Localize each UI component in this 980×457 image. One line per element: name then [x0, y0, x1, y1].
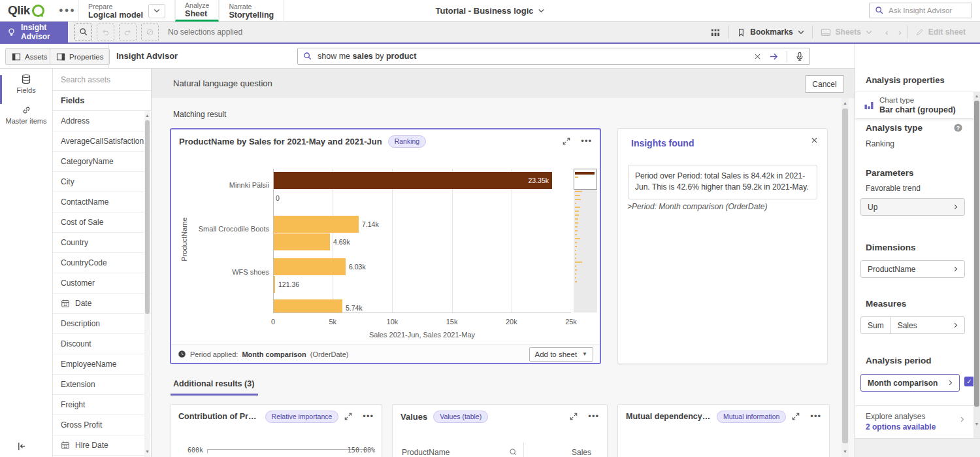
chart-minimap[interactable]: [574, 169, 597, 313]
undo-selection-icon[interactable]: [97, 24, 114, 41]
analysis-period-button[interactable]: Month comparison: [860, 374, 960, 392]
scroll-down-arrow[interactable]: ▼: [973, 422, 980, 427]
bar-sales-2021-may[interactable]: [274, 276, 275, 293]
main-scrollbar[interactable]: ▲ ▼: [841, 98, 849, 457]
field-item[interactable]: Customer: [53, 273, 151, 294]
properties-panel-toggle[interactable]: Properties: [50, 48, 110, 65]
bar-chart-icon: [864, 100, 874, 110]
bookmarks-button[interactable]: Bookmarks: [729, 27, 811, 37]
microphone-icon[interactable]: [795, 52, 804, 61]
field-item[interactable]: Address: [53, 111, 151, 131]
nlq-search-input[interactable]: show me sales by product: [297, 48, 810, 65]
additional-card-contribution: Contribution of Product... Relative impo…: [170, 404, 382, 457]
field-item[interactable]: Freight: [53, 395, 151, 415]
previous-sheet-button[interactable]: ‹: [880, 27, 893, 37]
field-item[interactable]: AverageCallSatisfaction: [53, 131, 151, 152]
scroll-down-arrow[interactable]: ▼: [144, 449, 150, 454]
expand-icon[interactable]: [344, 413, 352, 420]
expand-icon[interactable]: [570, 413, 578, 420]
rail-label: Master items: [6, 117, 47, 125]
sidebar-item-master-items[interactable]: Master items: [0, 105, 52, 137]
minimap-bar: [575, 273, 576, 275]
field-label: Hire Date: [75, 441, 108, 450]
more-menu-icon[interactable]: •••: [363, 413, 374, 420]
field-item[interactable]: EmployeeName: [53, 354, 151, 375]
measure-aggregation[interactable]: Sum: [868, 317, 891, 333]
smart-search-icon[interactable]: [74, 24, 92, 41]
analysis-period-checkbox[interactable]: ✓: [964, 377, 974, 386]
more-menu-icon[interactable]: •••: [588, 413, 599, 420]
field-item[interactable]: Gross Profit: [53, 415, 151, 435]
bar-sales-2021-jun[interactable]: [274, 258, 346, 275]
fields-scrollbar[interactable]: ▲ ▼: [144, 111, 150, 457]
search-assets-input[interactable]: Search assets: [53, 69, 151, 91]
global-menu-button[interactable]: ●●●: [59, 6, 76, 14]
properties-scrollbar[interactable]: ▲ ▼: [973, 92, 980, 438]
dimension-button[interactable]: ProductName: [860, 260, 965, 278]
field-item[interactable]: Cost of Sale: [53, 212, 151, 233]
field-item[interactable]: 12Date: [53, 294, 151, 314]
x-axis-tick: 20k: [506, 318, 517, 326]
expand-icon[interactable]: [792, 413, 800, 420]
nav-tab-narrate[interactable]: Narrate Storytelling: [219, 0, 284, 22]
field-item[interactable]: Discount: [53, 334, 151, 354]
collapse-panel-icon[interactable]: [17, 441, 27, 451]
app-overview-grid-button[interactable]: [703, 27, 728, 37]
field-item[interactable]: CountryCode: [53, 253, 151, 273]
redo-selection-icon[interactable]: [119, 24, 137, 41]
bar-sales-2021-may[interactable]: [274, 233, 330, 250]
help-icon[interactable]: ?: [953, 123, 963, 133]
prepare-dropdown-button[interactable]: [148, 4, 165, 18]
chevron-right-icon[interactable]: [960, 416, 964, 422]
edit-sheet-button[interactable]: Edit sheet: [907, 27, 973, 37]
scrollbar-thumb[interactable]: [145, 120, 150, 314]
scroll-down-arrow[interactable]: ▼: [841, 449, 849, 454]
field-item[interactable]: City: [53, 172, 151, 192]
cancel-button[interactable]: Cancel: [805, 75, 844, 93]
nav-tab-analyze[interactable]: Analyze Sheet: [175, 0, 219, 22]
chevron-down-icon: [866, 30, 872, 35]
tab-additional-results[interactable]: Additional results (3): [171, 377, 258, 396]
bar-sales-2021-jun[interactable]: [274, 299, 342, 313]
submit-query-icon[interactable]: [769, 52, 779, 61]
query-part: sales: [353, 52, 373, 61]
field-item[interactable]: Description: [53, 314, 151, 334]
column-search-icon[interactable]: [509, 448, 517, 456]
scroll-up-arrow[interactable]: ▲: [841, 101, 849, 106]
measure-button[interactable]: Sum Sales: [860, 316, 965, 334]
assets-rail: Fields Master items: [0, 69, 52, 457]
next-sheet-button[interactable]: ›: [893, 27, 906, 37]
bar-sales-2021-jun[interactable]: [274, 172, 552, 189]
clear-query-icon[interactable]: [754, 53, 761, 60]
sidebar-item-fields[interactable]: Fields: [0, 74, 52, 105]
ask-insight-advisor-input[interactable]: Ask Insight Advisor: [869, 3, 972, 18]
field-item[interactable]: Extension: [53, 375, 151, 395]
expand-icon[interactable]: [563, 137, 570, 145]
field-item[interactable]: CategoryName: [53, 152, 151, 172]
more-menu-icon[interactable]: •••: [810, 413, 821, 420]
close-icon[interactable]: [811, 137, 818, 144]
insight-advisor-button[interactable]: Insight Advisor: [0, 22, 68, 42]
scrollbar-thumb[interactable]: [974, 101, 979, 407]
add-to-sheet-button[interactable]: Add to sheet ▼: [529, 347, 594, 362]
trend-value: Up: [868, 203, 877, 212]
more-menu-icon[interactable]: •••: [581, 138, 592, 144]
bar-sales-2021-jun[interactable]: [274, 216, 359, 233]
scroll-up-arrow[interactable]: ▲: [144, 113, 150, 118]
field-item[interactable]: ContactName: [53, 192, 151, 212]
trend-select-button[interactable]: Up: [860, 198, 965, 216]
nav-tab-prepare[interactable]: Prepare Logical model: [78, 0, 175, 22]
assets-panel-toggle[interactable]: Assets: [5, 48, 54, 65]
qlik-logo[interactable]: Qlik: [8, 3, 44, 18]
scroll-up-arrow[interactable]: ▲: [973, 93, 980, 99]
sheets-button[interactable]: Sheets: [813, 27, 880, 37]
bar-chart-plot[interactable]: 23.35k07.14k4.69k6.03k121.365.74k: [273, 169, 571, 313]
app-title-menu[interactable]: Tutorial - Business logic: [435, 0, 544, 22]
minimap-bar: [575, 222, 578, 224]
chart-type-row[interactable]: Chart type Bar chart (grouped): [855, 92, 980, 119]
explore-options-link[interactable]: 2 options available: [866, 422, 936, 432]
scrollbar-thumb[interactable]: [842, 109, 848, 443]
clear-selections-icon[interactable]: [141, 24, 159, 41]
field-item[interactable]: Country: [53, 233, 151, 253]
field-item[interactable]: 12Hire Date: [53, 435, 151, 456]
